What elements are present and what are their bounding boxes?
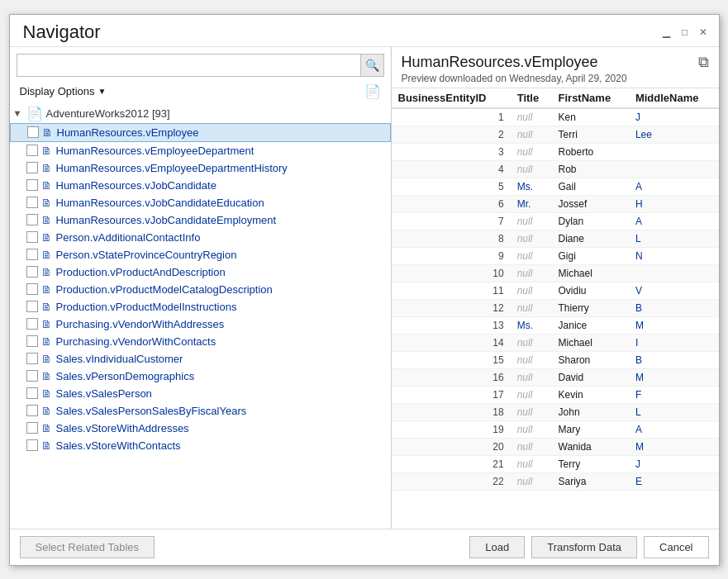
cancel-button[interactable]: Cancel xyxy=(644,536,708,558)
tree-item-checkbox[interactable] xyxy=(27,126,39,138)
copy-icon[interactable]: ⧉ xyxy=(698,54,709,71)
cell-middlename: M xyxy=(629,316,719,334)
tree-item-checkbox[interactable] xyxy=(26,370,38,382)
table-icon: 🗎 xyxy=(41,439,52,452)
tree-item[interactable]: 🗎 Sales.vPersonDemographics xyxy=(10,368,391,385)
cell-id: 9 xyxy=(392,247,511,264)
cell-middlename: B xyxy=(629,299,719,316)
col-title: Title xyxy=(511,88,552,108)
table-header-row: BusinessEntityID Title FirstName MiddleN… xyxy=(392,88,719,108)
minimize-button[interactable]: ▁ xyxy=(661,26,673,38)
root-label: AdventureWorks2012 [93] xyxy=(46,107,170,120)
cell-title: null xyxy=(511,126,552,143)
table-icon: 🗎 xyxy=(41,231,52,244)
table-row: 11 null Ovidiu V xyxy=(392,282,719,299)
tree-item[interactable]: 🗎 HumanResources.vJobCandidate xyxy=(10,177,391,194)
document-icon-button[interactable]: 📄 xyxy=(361,82,384,101)
close-button[interactable]: ✕ xyxy=(697,26,709,38)
table-icon: 🗎 xyxy=(41,249,52,261)
cell-title: Mr. xyxy=(511,195,552,212)
tree-item-checkbox[interactable] xyxy=(26,439,38,451)
database-icon: 📄 xyxy=(26,106,43,121)
tree-item[interactable]: 🗎 Sales.vIndividualCustomer xyxy=(10,350,391,368)
cell-title: null xyxy=(511,334,552,351)
load-button[interactable]: Load xyxy=(469,536,525,558)
tree-item-checkbox[interactable] xyxy=(26,387,38,399)
data-table-container[interactable]: BusinessEntityID Title FirstName MiddleN… xyxy=(392,88,719,529)
cell-firstname: John xyxy=(552,403,629,420)
cell-id: 16 xyxy=(392,368,511,386)
tree-item[interactable]: 🗎 Person.vAdditionalContactInfo xyxy=(10,229,391,246)
tree-item-checkbox[interactable] xyxy=(26,422,38,434)
tree-item[interactable]: 🗎 HumanResources.vEmployeeDepartmentHist… xyxy=(10,159,391,177)
tree-item[interactable]: 🗎 Purchasing.vVendorWithAddresses xyxy=(10,316,391,333)
tree-item[interactable]: 🗎 Sales.vStoreWithAddresses xyxy=(10,420,391,437)
tree-item[interactable]: 🗎 Production.vProductModelInstructions xyxy=(10,298,391,316)
cell-firstname: Ken xyxy=(552,108,629,126)
cell-title: null xyxy=(511,282,552,299)
table-icon: 🗎 xyxy=(41,422,52,434)
tree-item-checkbox[interactable] xyxy=(26,162,38,173)
tree-item-checkbox[interactable] xyxy=(26,214,38,225)
tree-item-label: HumanResources.vEmployee xyxy=(57,126,199,139)
tree-item[interactable]: 🗎 Person.vStateProvinceCountryRegion xyxy=(10,246,391,263)
cell-middlename: M xyxy=(629,368,719,386)
tree-item-checkbox[interactable] xyxy=(26,145,38,156)
cell-title: null xyxy=(511,368,552,386)
cell-id: 20 xyxy=(392,438,511,455)
tree-item-checkbox[interactable] xyxy=(26,266,38,278)
tree-item[interactable]: 🗎 Purchasing.vVendorWithContacts xyxy=(10,333,391,350)
cell-middlename: B xyxy=(629,351,719,368)
tree-item-checkbox[interactable] xyxy=(26,197,38,208)
tree-item[interactable]: 🗎 Sales.vStoreWithContacts xyxy=(10,437,391,454)
tree-item[interactable]: 🗎 HumanResources.vJobCandidateEducation xyxy=(10,194,391,211)
maximize-button[interactable]: □ xyxy=(679,26,691,38)
cell-firstname: Gail xyxy=(552,178,629,195)
tree-item-label: Sales.vStoreWithAddresses xyxy=(56,422,189,434)
cell-title: null xyxy=(511,455,552,472)
tree-item-checkbox[interactable] xyxy=(26,318,38,330)
display-options-bar: Display Options ▼ 📄 xyxy=(10,80,391,104)
col-first-name: FirstName xyxy=(552,88,629,108)
tree-item[interactable]: 🗎 HumanResources.vJobCandidateEmployment xyxy=(10,211,391,229)
tree-item-checkbox[interactable] xyxy=(26,353,38,364)
search-button[interactable]: 🔍 xyxy=(360,55,383,76)
tree-item-checkbox[interactable] xyxy=(26,231,38,243)
tree-item[interactable]: 🗎 Sales.vSalesPerson xyxy=(10,385,391,402)
expand-icon[interactable]: ▼ xyxy=(13,108,26,118)
preview-header: HumanResources.vEmployee Preview downloa… xyxy=(392,54,719,88)
table-icon: 🗎 xyxy=(41,145,52,157)
search-input[interactable] xyxy=(17,55,360,74)
select-related-button[interactable]: Select Related Tables xyxy=(20,536,155,558)
cell-id: 14 xyxy=(392,334,511,351)
tree-item[interactable]: 🗎 Production.vProductAndDescription xyxy=(10,263,391,281)
tree-item-checkbox[interactable] xyxy=(26,335,38,347)
title-bar: Navigator ▁ □ ✕ xyxy=(10,15,719,46)
tree-item[interactable]: 🗎 Production.vProductModelCatalogDescrip… xyxy=(10,281,391,298)
cell-middlename xyxy=(629,160,719,178)
cell-id: 2 xyxy=(392,126,511,143)
tree-item[interactable]: 🗎 HumanResources.vEmployee xyxy=(10,123,391,142)
display-options-button[interactable]: Display Options ▼ xyxy=(17,83,110,99)
tree-item[interactable]: 🗎 Sales.vSalesPersonSalesByFiscalYears xyxy=(10,402,391,420)
table-icon: 🗎 xyxy=(41,283,52,296)
tree-item[interactable]: 🗎 HumanResources.vEmployeeDepartment xyxy=(10,142,391,159)
cell-title: null xyxy=(511,386,552,403)
cell-title: null xyxy=(511,420,552,438)
tree-item-checkbox[interactable] xyxy=(26,249,38,260)
cell-firstname: Roberto xyxy=(552,143,629,160)
table-row: 7 null Dylan A xyxy=(392,212,719,230)
tree-item-checkbox[interactable] xyxy=(26,405,38,416)
table-row: 22 null Sariya E xyxy=(392,472,719,490)
transform-data-button[interactable]: Transform Data xyxy=(531,536,637,558)
col-business-entity-id: BusinessEntityID xyxy=(392,88,511,108)
tree-item-checkbox[interactable] xyxy=(26,179,38,191)
right-panel: HumanResources.vEmployee Preview downloa… xyxy=(392,47,719,529)
tree-item-label: Sales.vPersonDemographics xyxy=(56,370,195,382)
tree-item-checkbox[interactable] xyxy=(26,301,38,312)
tree-root-item[interactable]: ▼ 📄 AdventureWorks2012 [93] xyxy=(10,104,391,123)
table-icon: 🗎 xyxy=(41,370,52,382)
tree-area[interactable]: ▼ 📄 AdventureWorks2012 [93] 🗎 HumanResou… xyxy=(10,104,391,529)
window-title: Navigator xyxy=(23,21,101,43)
tree-item-checkbox[interactable] xyxy=(26,283,38,295)
